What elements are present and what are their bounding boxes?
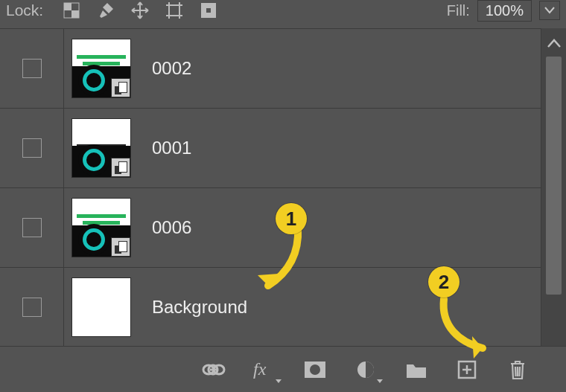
lock-label: Lock:	[6, 1, 43, 19]
fill-control: Fill: 100%	[447, 0, 560, 22]
layer-name[interactable]: 0006	[139, 217, 191, 238]
link-layers-button[interactable]	[201, 357, 226, 382]
svg-rect-1	[64, 3, 71, 10]
visibility-toggle[interactable]	[0, 29, 64, 108]
svg-rect-2	[71, 10, 79, 18]
scroll-thumb[interactable]	[546, 57, 562, 295]
lock-transparency-icon[interactable]	[61, 1, 82, 20]
layer-row[interactable]: 0001	[0, 109, 566, 188]
smart-object-icon	[111, 158, 130, 177]
layer-thumbnail[interactable]	[64, 268, 139, 347]
layer-name[interactable]: 0002	[139, 58, 191, 79]
layer-thumbnail[interactable]	[64, 29, 139, 108]
annotation-badge-1: 1	[276, 203, 307, 234]
layer-name[interactable]: Background	[139, 297, 247, 318]
lock-toolbar: Lock: Fill: 100%	[0, 0, 566, 21]
svg-point-11	[310, 364, 320, 375]
svg-rect-5	[206, 8, 211, 13]
visibility-toggle[interactable]	[0, 188, 64, 267]
fill-label: Fill:	[447, 2, 470, 19]
visibility-toggle[interactable]	[0, 268, 64, 347]
layer-thumbnail[interactable]	[64, 188, 139, 267]
visibility-toggle[interactable]	[0, 109, 64, 187]
layer-row[interactable]: 0002	[0, 29, 566, 109]
annotation-arrow-2	[433, 295, 500, 360]
lock-brush-icon[interactable]	[95, 1, 116, 20]
layers-scrollbar[interactable]	[541, 28, 566, 346]
trash-button[interactable]	[505, 357, 530, 382]
group-button[interactable]	[404, 357, 429, 382]
smart-object-icon	[111, 78, 130, 97]
smart-object-icon	[111, 237, 130, 257]
svg-text:fx: fx	[253, 360, 267, 379]
lock-artboard-icon[interactable]	[164, 1, 185, 20]
mask-button[interactable]	[302, 357, 328, 382]
fx-button[interactable]: fx	[252, 357, 277, 382]
annotation-arrow-1	[253, 222, 313, 296]
fill-dropdown-button[interactable]	[539, 1, 560, 20]
layer-name[interactable]: 0001	[139, 138, 191, 158]
scroll-up-icon[interactable]	[541, 33, 566, 54]
annotation-badge-2: 2	[428, 266, 460, 298]
lock-move-icon[interactable]	[130, 1, 150, 20]
lock-all-icon[interactable]	[198, 1, 219, 20]
svg-rect-3	[169, 5, 179, 16]
adjustment-layer-button[interactable]	[353, 357, 378, 382]
new-layer-button[interactable]	[454, 357, 480, 382]
layer-thumbnail[interactable]	[64, 109, 139, 187]
fill-value-input[interactable]: 100%	[477, 0, 532, 22]
